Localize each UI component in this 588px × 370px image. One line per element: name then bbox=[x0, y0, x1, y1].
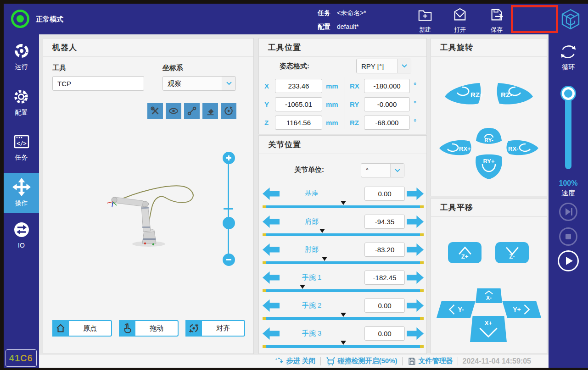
joint-increase-button[interactable] bbox=[407, 215, 424, 228]
ry-plus-button[interactable]: RY+ bbox=[476, 155, 502, 179]
stop-button[interactable] bbox=[559, 227, 577, 246]
joint-value-input[interactable] bbox=[364, 243, 405, 257]
joint-slider-track[interactable] bbox=[263, 205, 424, 208]
joint-slider-track[interactable] bbox=[263, 233, 424, 236]
rz-plus-button[interactable]: RZ+ bbox=[445, 83, 484, 105]
frame-select[interactable]: 观察 bbox=[162, 76, 236, 91]
loop-mode-button[interactable]: 循环 bbox=[549, 43, 588, 72]
joint-value-input[interactable] bbox=[364, 215, 405, 229]
drag-button[interactable]: 拖动 bbox=[119, 320, 179, 337]
joint-decrease-button[interactable] bbox=[263, 188, 280, 200]
joint-slider-marker[interactable] bbox=[300, 285, 305, 292]
align-button[interactable]: 对齐 bbox=[185, 320, 245, 337]
joint-increase-button[interactable] bbox=[407, 299, 424, 312]
joint-increase-button[interactable] bbox=[407, 271, 424, 284]
view-tools-button[interactable] bbox=[147, 103, 163, 119]
coord-rx-input[interactable] bbox=[364, 79, 410, 93]
coord-z-input[interactable] bbox=[275, 116, 322, 130]
joint-slider-track[interactable] bbox=[263, 289, 424, 292]
sidebar-item-config[interactable]: 配置 bbox=[4, 86, 39, 117]
view-visibility-button[interactable] bbox=[166, 103, 181, 119]
sidebar-item-operate[interactable]: 操作 bbox=[4, 173, 39, 213]
ry-minus-button[interactable]: RY- bbox=[476, 128, 502, 144]
sidebar-item-task[interactable]: </> 任务 bbox=[4, 132, 39, 162]
joint-slider-marker[interactable] bbox=[341, 341, 346, 348]
joint-slider-track[interactable] bbox=[263, 345, 424, 348]
step-next-button[interactable] bbox=[559, 203, 577, 221]
zoom-out-button[interactable] bbox=[223, 254, 235, 266]
collision-robot-icon bbox=[325, 357, 336, 366]
joint-decrease-button[interactable] bbox=[263, 243, 280, 256]
joint-slider-track[interactable] bbox=[263, 317, 424, 320]
view-erase-button[interactable] bbox=[202, 103, 218, 119]
rz-minus-button[interactable]: RZ- bbox=[497, 83, 533, 105]
run-icon bbox=[12, 42, 31, 60]
joint-slider-marker[interactable] bbox=[341, 313, 346, 320]
speed-slider-handle[interactable] bbox=[562, 87, 575, 100]
collision-detection-status[interactable]: 碰撞检测开启(50%) bbox=[325, 357, 398, 366]
robot-3d-view[interactable] bbox=[103, 185, 231, 249]
right-sidebar: 循环 100% 速度 bbox=[549, 34, 588, 370]
z-minus-button[interactable]: Z- bbox=[495, 242, 529, 263]
coord-rz-input[interactable] bbox=[364, 116, 410, 130]
status-bar: 步进 关闭 碰撞检测开启(50%) 文件管理器 2024-11-04 14:59… bbox=[39, 354, 549, 368]
tool-axis-x bbox=[107, 202, 113, 203]
x-minus-button[interactable]: X- bbox=[476, 288, 502, 303]
joint-decrease-button[interactable] bbox=[263, 215, 280, 228]
sidebar-item-io[interactable]: IO bbox=[4, 219, 39, 249]
joint-position-panel: 关节位置 关节单位: ° 基座 肩部 bbox=[258, 135, 427, 354]
coord-y-input[interactable] bbox=[275, 97, 322, 111]
chevron-left-icon bbox=[448, 304, 455, 315]
reset-view-icon bbox=[224, 106, 234, 116]
joint-value-input[interactable] bbox=[364, 271, 405, 285]
joint-decrease-button[interactable] bbox=[263, 327, 280, 340]
open-button[interactable]: 打开 bbox=[443, 7, 476, 34]
joint-slider-track[interactable] bbox=[263, 261, 424, 264]
view-zoom-slider-handle[interactable] bbox=[223, 217, 235, 229]
speed-value: 100% bbox=[549, 179, 588, 188]
joint-increase-button[interactable] bbox=[407, 243, 424, 256]
speed-slider-track[interactable] bbox=[565, 90, 571, 169]
open-icon bbox=[452, 7, 468, 23]
joint-slider-marker[interactable] bbox=[319, 229, 325, 236]
z-plus-button[interactable]: Z+ bbox=[448, 242, 482, 263]
sidebar-item-run[interactable]: 运行 bbox=[4, 40, 39, 71]
tool-label: 工具 bbox=[52, 64, 66, 72]
coord-ry-input[interactable] bbox=[364, 97, 410, 111]
y-plus-button[interactable]: Y+ bbox=[502, 301, 541, 318]
view-reset-button[interactable] bbox=[221, 103, 236, 119]
play-button[interactable] bbox=[558, 250, 579, 271]
joint-slider-marker[interactable] bbox=[322, 257, 327, 264]
pose-format-select[interactable]: RPY [°] bbox=[356, 59, 411, 73]
save-button[interactable]: 保存 bbox=[480, 7, 513, 34]
home-button[interactable]: 原点 bbox=[52, 320, 112, 337]
rx-minus-button[interactable]: RX- bbox=[506, 140, 538, 155]
y-minus-button[interactable]: Y- bbox=[437, 301, 476, 318]
rx-plus-button[interactable]: RX+ bbox=[439, 140, 471, 155]
x-plus-button[interactable]: X+ bbox=[470, 316, 507, 342]
svg-text:RX+: RX+ bbox=[459, 145, 471, 152]
tool-name-input[interactable] bbox=[52, 76, 144, 91]
file-manager-button[interactable]: 文件管理器 bbox=[407, 357, 453, 366]
task-label: 任务 bbox=[318, 9, 330, 17]
new-task-button[interactable]: 新建 bbox=[409, 7, 442, 34]
config-name-line: 配置default* bbox=[318, 23, 358, 31]
joint-increase-button[interactable] bbox=[407, 327, 424, 340]
view-zoom-slider-track[interactable] bbox=[228, 164, 229, 257]
view-trajectory-button[interactable] bbox=[184, 103, 200, 119]
joint-value-input[interactable] bbox=[364, 187, 405, 201]
joint-unit-select[interactable]: ° bbox=[361, 163, 404, 177]
joint-value-input[interactable] bbox=[364, 326, 405, 341]
joint-slider-marker[interactable] bbox=[341, 201, 346, 208]
joint-row: 肘部 bbox=[259, 243, 426, 266]
joint-decrease-button[interactable] bbox=[263, 299, 280, 312]
zoom-in-button[interactable] bbox=[223, 152, 235, 164]
coord-x-input[interactable] bbox=[275, 79, 322, 93]
joint-increase-button[interactable] bbox=[407, 188, 424, 200]
drag-hand-icon bbox=[119, 320, 135, 337]
joint-decrease-button[interactable] bbox=[263, 271, 280, 284]
step-mode-status[interactable]: 步进 关闭 bbox=[274, 357, 315, 365]
joint-value-input[interactable] bbox=[364, 298, 405, 313]
chevron-down-icon bbox=[390, 164, 404, 177]
annotation-highlight-box bbox=[511, 5, 558, 33]
